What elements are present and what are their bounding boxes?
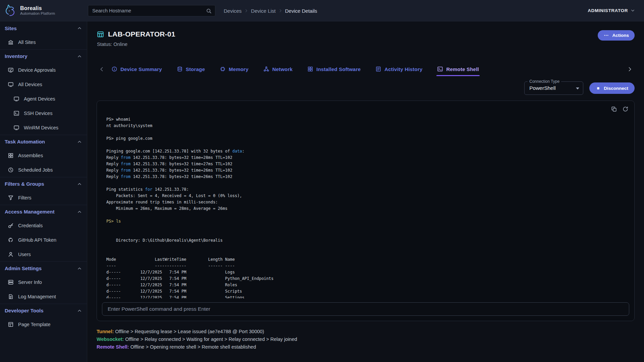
breadcrumb-item-device-details[interactable]: Device Details	[285, 8, 317, 14]
user-icon	[8, 251, 14, 257]
shell-command-input[interactable]	[102, 302, 629, 316]
user-menu[interactable]: ADMINISTRATOR	[588, 8, 644, 13]
monitor-icon	[13, 125, 19, 131]
sidebar-item-github-api-token[interactable]: GitHub API Token	[0, 233, 87, 247]
chevron-up-icon	[77, 139, 82, 144]
connection-type-label: Connection Type	[528, 79, 561, 84]
sidebar-item-all-devices[interactable]: All Devices	[0, 77, 87, 92]
hostname-search	[88, 5, 215, 16]
sidebar-section-inventory[interactable]: Inventory	[0, 49, 87, 63]
connection-status-lines: Tunnel: Offline > Requesting lease > Lea…	[97, 328, 635, 351]
copy-output-button[interactable]	[609, 104, 619, 114]
monitorCheck-icon	[8, 67, 14, 73]
terminal-line	[106, 129, 625, 135]
terminal-line: Approximate round trip times in milli-se…	[106, 199, 625, 205]
chevron-left-icon	[99, 66, 105, 72]
actions-button[interactable]: Actions	[598, 30, 635, 41]
chevron-up-icon	[77, 209, 82, 215]
info-icon	[111, 66, 117, 72]
tabs-scroll-left-button[interactable]	[97, 62, 107, 76]
device-status: Status: Online	[97, 42, 175, 47]
connection-type-value: PowerShell	[529, 85, 555, 91]
monitor-icon	[13, 96, 19, 102]
tab-installed-software[interactable]: Installed Software	[307, 62, 361, 76]
terminal-line	[106, 142, 625, 148]
sidebar: SitesAll SitesInventoryDevice ApprovalsA…	[0, 21, 87, 362]
sidebar-item-device-approvals[interactable]: Device Approvals	[0, 63, 87, 77]
sidebar-section-admin-settings[interactable]: Admin Settings	[0, 261, 87, 275]
sidebar-section-task-automation[interactable]: Task Automation	[0, 135, 87, 148]
sidebar-item-page-template[interactable]: Page Template	[0, 317, 87, 331]
sidebar-item-assemblies[interactable]: Assemblies	[0, 148, 87, 163]
terminal-line: d----- 12/7/2025 7:54 PM Settings	[106, 295, 625, 298]
tab-memory[interactable]: Memory	[219, 62, 249, 76]
grid-icon	[8, 153, 14, 159]
tabs-scroll-right-button[interactable]	[625, 62, 635, 76]
funnel-icon	[8, 195, 14, 201]
breadcrumb: DevicesDevice ListDevice Details	[224, 0, 317, 21]
breadcrumb-item-device-list[interactable]: Device List	[251, 8, 275, 14]
sidebar-item-all-sites[interactable]: All Sites	[0, 35, 87, 49]
network-icon	[263, 66, 269, 72]
chevron-up-icon	[77, 181, 82, 187]
sidebar-item-scheduled-jobs[interactable]: Scheduled Jobs	[0, 163, 87, 177]
brand-subtitle: Automation Platform	[20, 11, 55, 16]
tab-list: Device SummaryStorageMemoryNetworkInstal…	[111, 62, 480, 76]
history-icon	[375, 66, 381, 72]
status-line-tunnel: Tunnel: Offline > Requesting lease > Lea…	[97, 328, 635, 336]
db-icon	[177, 66, 183, 72]
status-line-remote-shell: Remote Shell: Offline > Opening remote s…	[97, 343, 635, 351]
breadcrumb-separator-icon	[244, 9, 248, 13]
sidebar-item-winrm-devices[interactable]: WinRM Devices	[0, 120, 87, 135]
terminal-line	[106, 212, 625, 218]
borealis-logo-icon	[4, 4, 17, 17]
chevron-up-icon	[77, 54, 82, 59]
sidebar-item-log-management[interactable]: Log Management	[0, 289, 87, 304]
server-icon	[8, 279, 14, 285]
topbar: Borealis Automation Platform DevicesDevi…	[0, 0, 644, 21]
connection-type-select[interactable]: Connection Type PowerShell	[524, 81, 583, 95]
terminal-icon	[437, 66, 443, 72]
breadcrumb-item-devices[interactable]: Devices	[224, 8, 241, 14]
main-content: LAB-OPERATOR-01 Status: Online Actions D…	[87, 21, 644, 362]
tab-remote-shell[interactable]: Remote Shell	[436, 62, 479, 76]
terminal-output[interactable]: PS> whoamint authority\system PS> ping g…	[97, 116, 634, 298]
sidebar-section-filters-groups[interactable]: Filters & Groups	[0, 177, 87, 190]
bank-icon	[8, 39, 14, 45]
chevron-up-icon	[77, 266, 82, 271]
terminal-line: nt authority\system	[106, 123, 625, 129]
sidebar-item-filters[interactable]: Filters	[0, 190, 87, 205]
document-icon	[8, 294, 14, 300]
refresh-icon	[622, 106, 629, 112]
sidebar-item-agent-devices[interactable]: Agent Devices	[0, 92, 87, 106]
tab-device-summary[interactable]: Device Summary	[111, 62, 163, 76]
disconnect-button[interactable]: Disconnect	[589, 82, 635, 94]
terminal-line: Reply from 142.251.33.78: bytes=32 time=…	[106, 161, 625, 167]
search-input[interactable]	[92, 8, 206, 13]
terminal-line: d----- 12/7/2025 7:54 PM Logs	[106, 269, 625, 276]
grid-icon	[307, 66, 313, 72]
terminal-line: d----- 12/7/2025 7:54 PM Roles	[106, 282, 625, 288]
terminal-line: d----- 12/7/2025 7:54 PM Scripts	[106, 288, 625, 295]
sidebar-section-sites[interactable]: Sites	[0, 21, 87, 35]
brand-title: Borealis	[20, 5, 55, 11]
sidebar-item-users[interactable]: Users	[0, 247, 87, 261]
tab-network[interactable]: Network	[263, 62, 293, 76]
copy-icon	[611, 106, 617, 112]
terminal-line: Minimum = 26ms, Maximum = 28ms, Average …	[106, 205, 625, 212]
sidebar-item-ssh-devices[interactable]: SSH Devices	[0, 106, 87, 120]
terminal-line	[106, 250, 625, 256]
tab-storage[interactable]: Storage	[176, 62, 206, 76]
sidebar-item-server-info[interactable]: Server Info	[0, 275, 87, 289]
sidebar-item-credentials[interactable]: Credentials	[0, 218, 87, 233]
terminal-line: Reply from 142.251.33.78: bytes=32 time=…	[106, 174, 625, 180]
actions-button-label: Actions	[612, 33, 629, 38]
stop-icon	[596, 86, 601, 91]
sidebar-section-developer-tools[interactable]: Developer Tools	[0, 304, 87, 317]
sidebar-section-access-management[interactable]: Access Management	[0, 205, 87, 218]
terminal-line: Packets: Sent = 4, Received = 4, Lost = …	[106, 193, 625, 199]
refresh-output-button[interactable]	[620, 104, 630, 114]
terminal-line: Directory: D:\Github\Borealis\Agent\Bore…	[106, 237, 625, 244]
tab-activity-history[interactable]: Activity History	[375, 62, 423, 76]
chevron-right-icon	[627, 66, 633, 72]
